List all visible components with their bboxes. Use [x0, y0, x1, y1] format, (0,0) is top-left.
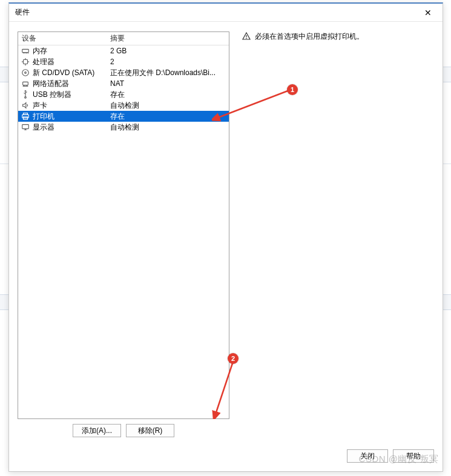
device-summary: 自动检测	[109, 122, 229, 133]
column-device[interactable]: 设备	[18, 33, 109, 44]
device-rows: 内存2 GB处理器2新 CD/DVD (SATA)正在使用文件 D:\Downl…	[18, 45, 229, 133]
device-name: USB 控制器	[33, 90, 71, 100]
device-summary: NAT	[109, 79, 229, 88]
device-row[interactable]: 内存2 GB	[18, 45, 229, 56]
device-list-panel: 设备 摘要 内存2 GB处理器2新 CD/DVD (SATA)正在使用文件 D:…	[18, 31, 229, 419]
device-name: 内存	[33, 46, 47, 56]
info-message: 必须在首选项中启用虚拟打印机。	[255, 31, 364, 42]
device-list-header: 设备 摘要	[18, 32, 229, 45]
device-name: 声卡	[33, 101, 47, 111]
network-icon	[21, 79, 30, 88]
remove-button[interactable]: 移除(R)	[126, 424, 174, 437]
device-summary: 正在使用文件 D:\Downloads\Bi...	[109, 68, 229, 78]
device-buttons: 添加(A)... 移除(R)	[18, 424, 229, 437]
device-row[interactable]: 显示器自动检测	[18, 122, 229, 133]
svg-point-10	[22, 70, 29, 76]
close-button[interactable]: ✕	[418, 5, 438, 20]
column-summary[interactable]: 摘要	[109, 33, 229, 44]
device-row[interactable]: 新 CD/DVD (SATA)正在使用文件 D:\Downloads\Bi...	[18, 67, 229, 78]
device-summary: 存在	[109, 111, 229, 122]
device-row[interactable]: USB 控制器存在	[18, 89, 229, 100]
svg-rect-5	[24, 60, 28, 64]
watermark: CSDN @幽反-叛冥	[359, 454, 439, 465]
svg-point-11	[25, 72, 27, 74]
add-button[interactable]: 添加(A)...	[73, 424, 121, 437]
callout-2: 2	[228, 353, 239, 364]
titlebar: 硬件 ✕	[9, 4, 443, 22]
dialog-content: 设备 摘要 内存2 GB处理器2新 CD/DVD (SATA)正在使用文件 D:…	[18, 31, 434, 441]
device-row[interactable]: 打印机存在	[18, 111, 229, 122]
memory-icon	[21, 46, 30, 56]
detail-panel: 必须在首选项中启用虚拟打印机。	[242, 31, 434, 441]
display-icon	[21, 122, 30, 132]
dialog-title: 硬件	[14, 7, 418, 18]
device-summary: 2	[109, 58, 229, 66]
device-name: 新 CD/DVD (SATA)	[33, 68, 94, 78]
usb-icon	[21, 90, 30, 99]
device-name: 网络适配器	[33, 79, 69, 89]
disc-icon	[21, 68, 30, 78]
callout-1: 1	[287, 84, 298, 95]
svg-rect-12	[23, 82, 28, 85]
sound-icon	[21, 101, 30, 110]
svg-rect-21	[22, 125, 29, 129]
close-icon: ✕	[424, 8, 432, 18]
device-name: 显示器	[33, 122, 54, 133]
cpu-icon	[21, 57, 30, 67]
device-name: 打印机	[33, 111, 54, 122]
device-summary: 自动检测	[109, 101, 229, 111]
svg-point-17	[25, 97, 27, 99]
printer-icon	[21, 111, 30, 121]
device-row[interactable]: 处理器2	[18, 56, 229, 67]
info-message-row: 必须在首选项中启用虚拟打印机。	[242, 31, 434, 42]
device-name: 处理器	[33, 57, 54, 67]
device-summary: 2 GB	[109, 47, 229, 55]
hardware-dialog: 硬件 ✕ 设备 摘要 内存2 GB处理器2新 CD/DVD (SATA)正在使用…	[8, 2, 443, 472]
device-summary: 存在	[109, 90, 229, 100]
device-row[interactable]: 网络适配器NAT	[18, 78, 229, 89]
warning-icon	[242, 31, 251, 41]
svg-point-25	[246, 38, 247, 39]
svg-rect-0	[22, 49, 29, 52]
device-row[interactable]: 声卡自动检测	[18, 100, 229, 111]
